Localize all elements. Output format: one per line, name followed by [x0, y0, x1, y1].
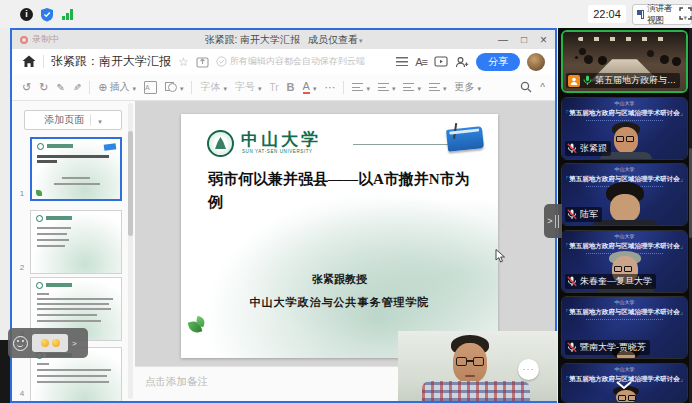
emoji-tray[interactable] — [32, 334, 68, 352]
clock: 22:04 — [588, 5, 626, 23]
add-collaborator-icon[interactable] — [455, 56, 469, 68]
presenter-face — [450, 337, 490, 383]
user-avatar[interactable] — [527, 53, 545, 71]
align-button[interactable] — [403, 81, 421, 93]
font-size-select[interactable]: 字号 — [235, 80, 262, 94]
self-video-preview[interactable] — [398, 331, 557, 401]
slide-canvas[interactable]: 中山大学 SUN YAT-SEN UNIVERSITY 弱市何以兼并强县——以A… — [135, 101, 555, 366]
shape-button[interactable] — [165, 81, 184, 93]
mic-muted-icon — [567, 143, 577, 154]
participant-label: 朱春奎—复旦大学 — [565, 274, 656, 289]
university-name-en: SUN YAT-SEN UNIVERSITY — [242, 149, 313, 154]
slide-number: 1 — [17, 189, 27, 198]
window-title: 张紧跟: 南开大学汇报 成员仅查看 — [204, 33, 362, 47]
redo-button[interactable] — [39, 81, 48, 94]
signal-icon — [62, 9, 75, 20]
undo-button[interactable] — [22, 81, 31, 94]
maximize-button[interactable]: □ — [521, 34, 527, 45]
reaction-toolbar[interactable] — [8, 328, 88, 358]
insert-button[interactable]: 插入 — [98, 80, 136, 94]
mic-on-icon — [583, 75, 592, 86]
participant-tile[interactable]: 中山大学 第五届地方政府与区域治理学术研讨会 — [561, 363, 688, 403]
participant-face — [608, 122, 644, 160]
backdrop-banner: 第五届地方政府与区域治理学术研讨会 — [562, 308, 687, 317]
text-effect-icon[interactable] — [270, 82, 279, 93]
slide-thumbnail-2[interactable] — [30, 210, 122, 274]
participant-label: 暨南大学-贾晓芳 — [565, 340, 650, 355]
present-icon[interactable] — [434, 56, 448, 68]
star-icon[interactable] — [178, 56, 189, 68]
sidebar-collapse-handle[interactable] — [544, 204, 562, 238]
participant-tile-room[interactable]: 第五届地方政府与… — [561, 30, 688, 93]
meeting-topbar: 22:04 演讲者视图 — [0, 0, 692, 28]
chevron-down-icon — [97, 115, 102, 126]
slide-author: 张紧跟教授 — [181, 272, 498, 287]
participant-label: 陆军 — [565, 207, 602, 222]
slide-number: 4 — [17, 389, 27, 398]
collapse-toolbar-icon[interactable] — [540, 82, 545, 93]
menu-icon[interactable] — [396, 57, 408, 66]
text-format-icon[interactable] — [415, 56, 427, 68]
add-page-button[interactable]: 添加页面 — [24, 110, 122, 130]
info-icon[interactable] — [20, 8, 33, 21]
smiley-icon[interactable] — [13, 336, 28, 351]
presenter-shirt — [422, 381, 530, 401]
numbered-list-button[interactable] — [378, 81, 396, 93]
leaf-mini — [36, 190, 42, 196]
share-button[interactable]: 分享 — [476, 53, 520, 71]
mic-muted-icon — [567, 209, 577, 220]
save-as-icon[interactable] — [196, 56, 209, 68]
more-tools-button[interactable]: 更多 — [454, 80, 481, 94]
textbox-icon[interactable] — [144, 81, 157, 94]
font-color-button[interactable]: A — [303, 81, 317, 94]
search-icon[interactable] — [520, 81, 532, 93]
participant-tile[interactable]: 中山大学 第五届地方政府与区域治理学术研讨会 张紧跟 — [561, 97, 688, 160]
mic-muted-icon — [567, 342, 577, 353]
participant-label: 张紧跟 — [565, 141, 611, 156]
meeting-video-sidebar: 第五届地方政府与… 中山大学 第五届地方政府与区域治理学术研讨会 张紧跟 — [558, 28, 692, 403]
shapes-icon — [165, 82, 177, 92]
permission-dropdown[interactable]: 成员仅查看 — [308, 33, 363, 47]
person-icon — [568, 75, 580, 87]
bullet-list-button[interactable] — [352, 81, 370, 93]
university-name: 中山大学 — [241, 128, 321, 151]
line-spacing-button[interactable] — [429, 81, 447, 93]
more-format-icon[interactable] — [324, 81, 335, 94]
document-title: 张紧跟：南开大学汇报 — [51, 53, 171, 70]
backdrop-banner: 第五届地方政府与区域治理学术研讨会 — [562, 109, 687, 118]
emoji-icon[interactable] — [52, 339, 60, 347]
participant-tile[interactable]: 中山大学 第五届地方政府与区域治理学术研讨会 陆军 — [561, 163, 688, 226]
shield-icon[interactable] — [40, 7, 54, 22]
home-icon[interactable] — [22, 55, 36, 68]
scroll-down-chevron-icon[interactable] — [615, 380, 633, 390]
glasses — [456, 357, 484, 366]
record-icon — [20, 36, 28, 44]
window-titlebar: 录制中 张紧跟: 南开大学汇报 成员仅查看 — □ × — [12, 30, 555, 50]
formatting-toolbar: 插入 字体 字号 B A 更多 — [12, 74, 555, 101]
chevron-down-icon — [179, 81, 184, 93]
minimize-button[interactable]: — — [498, 34, 508, 45]
font-family-select[interactable]: 字体 — [200, 80, 227, 94]
expand-arrow-icon[interactable] — [72, 339, 77, 348]
recording-indicator: 录制中 — [20, 30, 59, 49]
participant-tile[interactable]: 中山大学 第五届地方政府与区域治理学术研讨会 朱春奎—复旦大学 — [561, 230, 688, 293]
close-button[interactable]: × — [540, 33, 547, 47]
bold-button[interactable]: B — [287, 81, 295, 93]
mic-muted-icon — [567, 276, 577, 287]
slide-thumbnail-1[interactable] — [30, 137, 122, 201]
fullscreen-icon[interactable] — [679, 7, 692, 20]
layout-icon — [637, 10, 644, 19]
participant-tile[interactable]: 中山大学 第五届地方政府与区域治理学术研讨会 暨南大学-贾晓芳 — [561, 296, 688, 359]
emoji-icon[interactable] — [41, 339, 49, 347]
current-slide[interactable]: 中山大学 SUN YAT-SEN UNIVERSITY 弱市何以兼并强县——以A… — [181, 114, 498, 358]
backdrop-banner: 第五届地方政府与区域治理学术研讨会 — [562, 242, 687, 251]
chevron-down-icon — [131, 81, 136, 93]
slide-title: 弱市何以兼并强县——以A市撤并N市为例 — [208, 168, 480, 215]
thumbnail-scrollbar[interactable] — [128, 103, 133, 399]
sysu-emblem-icon — [207, 130, 234, 157]
format-painter-icon[interactable] — [56, 82, 64, 93]
chevron-down-icon — [358, 34, 363, 45]
chevron-right-icon — [547, 216, 552, 226]
clear-format-icon[interactable] — [73, 82, 81, 93]
more-options-button[interactable] — [518, 359, 539, 380]
